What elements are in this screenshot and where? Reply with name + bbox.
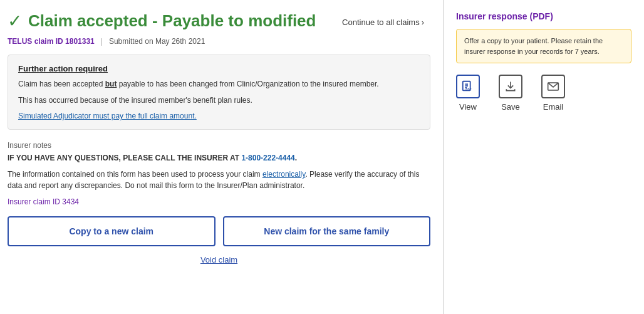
- insurer-claim-id: Insurer claim ID 3434: [8, 197, 430, 206]
- insurer-notes-main: IF YOU HAVE ANY QUESTIONS, PLEASE CALL T…: [8, 154, 430, 162]
- new-claim-same-family-button[interactable]: New claim for the same family: [223, 216, 431, 246]
- sidebar-notice: Offer a copy to your patient. Please ret…: [456, 29, 631, 63]
- submitted-date: Submitted on May 26th 2021: [109, 37, 205, 46]
- pdf-actions: PDF View Save: [456, 75, 631, 112]
- alert-title: Further action required: [18, 64, 420, 73]
- sidebar: Insurer response (PDF) Offer a copy to y…: [444, 0, 644, 314]
- view-pdf-action[interactable]: PDF View: [456, 75, 480, 112]
- svg-text:PDF: PDF: [465, 88, 471, 92]
- copy-to-new-claim-button[interactable]: Copy to a new claim: [8, 216, 216, 246]
- meta-separator: |: [101, 37, 103, 46]
- email-pdf-icon: [541, 75, 565, 98]
- view-label: View: [459, 102, 477, 112]
- save-label: Save: [501, 102, 520, 112]
- electronically-link[interactable]: electronically: [262, 170, 305, 179]
- claim-title: Claim accepted - Payable to modified: [28, 11, 316, 31]
- void-claim-link[interactable]: Void claim: [8, 255, 430, 264]
- action-buttons: Copy to a new claim New claim for the sa…: [8, 216, 430, 246]
- view-pdf-icon: PDF: [456, 75, 480, 98]
- claim-meta: TELUS claim ID 1801331 | Submitted on Ma…: [8, 37, 430, 46]
- email-label: Email: [543, 102, 564, 112]
- continue-label: Continue to all claims: [342, 18, 420, 27]
- chevron-right-icon: ›: [422, 18, 424, 27]
- continue-to-claims-link[interactable]: Continue to all claims ›: [342, 18, 424, 27]
- brand-label: TELUS claim ID 1801331: [8, 37, 95, 46]
- save-pdf-icon: [499, 75, 522, 98]
- insurer-notes-label: Insurer notes: [8, 141, 430, 150]
- alert-line1: Claim has been accepted but payable to h…: [18, 78, 420, 90]
- save-pdf-action[interactable]: Save: [499, 75, 522, 112]
- alert-box: Further action required Claim has been a…: [8, 55, 430, 130]
- adjudicator-link[interactable]: Simulated Adjudicator must pay the full …: [18, 112, 197, 120]
- sidebar-title: Insurer response (PDF): [456, 11, 631, 21]
- check-circle-icon: ✓: [8, 13, 22, 30]
- insurer-phone: 1-800-222-4444: [241, 154, 294, 162]
- alert-line2: This has occurred because of the insured…: [18, 95, 420, 106]
- insurer-info-text: The information contained on this form h…: [8, 169, 430, 191]
- email-pdf-action[interactable]: Email: [541, 75, 565, 112]
